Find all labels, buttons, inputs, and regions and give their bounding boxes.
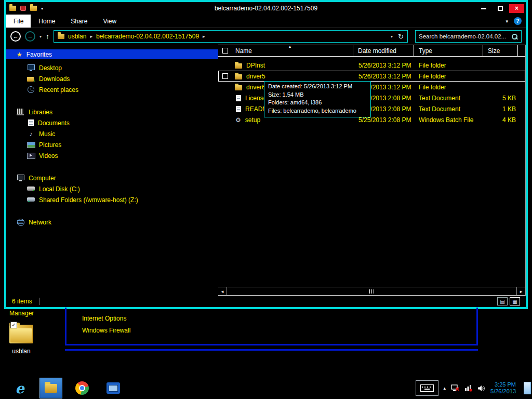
thumbnails-view-button[interactable]: ▦ xyxy=(510,297,520,305)
tab-view[interactable]: View xyxy=(95,15,124,28)
music-icon: ♪ xyxy=(27,130,35,138)
network-icon xyxy=(17,219,24,225)
recent-places-icon xyxy=(27,86,35,93)
qat-manage-icon[interactable] xyxy=(20,6,26,11)
scrollbar-track[interactable] xyxy=(227,287,516,295)
link-internet-options[interactable]: Internet Options xyxy=(82,315,476,322)
sidebar-item-videos[interactable]: Videos xyxy=(6,150,218,161)
desktop-icon-label: usblan xyxy=(6,348,36,355)
show-hidden-icons-chevron-icon[interactable]: ▴ xyxy=(444,385,446,391)
ribbon-expand-chevron-icon[interactable]: ▾ xyxy=(506,19,508,24)
window-title: belcarrademo-02.04.02.002-1517509 xyxy=(6,5,526,12)
file-row-driver5[interactable]: driver5 5/26/2013 3:12 PM File folder xyxy=(218,71,525,82)
breadcrumb-usblan[interactable]: usblan xyxy=(68,33,86,40)
sidebar-item-favorites[interactable]: ★ Favorites xyxy=(6,49,218,59)
navigation-bar: ← → ▾ ↑ usblan ▸ belcarrademo-02.04.02.0… xyxy=(6,28,526,45)
notification-tile[interactable] xyxy=(524,382,531,394)
search-box xyxy=(415,30,522,43)
folder-tooltip: Date created: 5/26/2013 3:12 PM Size: 1.… xyxy=(264,81,371,117)
back-button[interactable]: ← xyxy=(10,31,21,42)
computer-icon xyxy=(17,175,24,181)
clock-time: 3:25 PM xyxy=(490,381,516,388)
horizontal-scrollbar[interactable]: ◂ ▸ xyxy=(218,287,525,295)
sidebar-item-libraries[interactable]: Libraries xyxy=(6,107,218,117)
desktop-icon-usblan[interactable]: ✓ usblan xyxy=(6,325,36,355)
file-row-dpinst[interactable]: DPInst 5/26/2013 3:12 PM File folder xyxy=(218,60,525,71)
quick-access-toolbar: ▾ xyxy=(6,6,43,11)
sidebar-item-recent-places[interactable]: Recent places xyxy=(6,84,218,95)
tab-share[interactable]: Share xyxy=(63,15,95,28)
help-icon[interactable]: ? xyxy=(514,17,522,25)
scrollbar-thumb[interactable] xyxy=(228,288,516,294)
status-bar: 6 items ▤ ▦ xyxy=(6,296,526,307)
network-status-icon[interactable] xyxy=(464,384,472,392)
touch-keyboard-button[interactable] xyxy=(416,380,438,396)
address-dropdown-chevron-icon[interactable]: ▾ xyxy=(391,34,393,39)
sidebar-item-desktop[interactable]: Desktop xyxy=(6,62,218,73)
search-icon[interactable] xyxy=(511,33,518,40)
sidebar-item-documents[interactable]: Documents xyxy=(6,117,218,128)
column-header-size[interactable]: Size xyxy=(483,45,518,56)
breadcrumb-separator-icon[interactable]: ▸ xyxy=(203,34,205,39)
close-button[interactable]: × xyxy=(509,4,524,13)
scrollbar-grip-icon xyxy=(369,289,375,294)
sidebar-label: Favorites xyxy=(26,51,52,58)
qat-folder-icon[interactable] xyxy=(30,6,37,11)
close-icon: × xyxy=(515,5,518,12)
details-view-button[interactable]: ▤ xyxy=(497,297,508,305)
folder-icon: ✓ xyxy=(9,325,33,343)
sidebar-item-shared-folders[interactable]: Shared Folders (\\vmware-host) (Z:) xyxy=(6,194,218,205)
tab-file[interactable]: File xyxy=(6,15,31,28)
row-checkbox[interactable] xyxy=(222,73,228,79)
videos-icon xyxy=(27,152,35,159)
scroll-left-arrow-icon[interactable]: ◂ xyxy=(218,287,227,295)
folder-icon xyxy=(235,85,242,90)
volume-icon[interactable] xyxy=(477,385,485,392)
sidebar-item-music[interactable]: ♪ Music xyxy=(6,128,218,139)
column-header-type[interactable]: Type xyxy=(414,45,483,56)
column-headers: Name ▴ Date modified Type Size xyxy=(218,45,525,57)
batch-gear-icon: ⚙ xyxy=(235,117,241,123)
refresh-icon[interactable]: ↻ xyxy=(398,33,404,41)
window-folder-icon[interactable] xyxy=(9,6,16,11)
internet-explorer-icon: e xyxy=(15,380,24,396)
display-status-icon[interactable] xyxy=(451,384,459,392)
link-windows-firewall[interactable]: Windows Firewall xyxy=(82,327,476,334)
taskbar-file-explorer-button[interactable] xyxy=(39,378,62,398)
sidebar-item-computer[interactable]: Computer xyxy=(6,172,218,183)
taskbar-chrome-button[interactable] xyxy=(71,378,94,398)
sort-ascending-icon: ▴ xyxy=(289,44,291,49)
taskbar: e ▴ 3:25 PM 5/26/2013 xyxy=(0,377,532,399)
breadcrumb-separator-icon[interactable]: ▸ xyxy=(90,34,92,39)
star-icon: ★ xyxy=(17,51,22,58)
selected-checkbox[interactable]: ✓ xyxy=(10,322,17,328)
breadcrumb-current-folder[interactable]: belcarrademo-02.04.02.002-1517509 xyxy=(96,33,199,40)
address-bar[interactable]: usblan ▸ belcarrademo-02.04.02.002-15175… xyxy=(54,30,408,43)
taskbar-internet-explorer-button[interactable]: e xyxy=(8,378,31,398)
sidebar-item-pictures[interactable]: Pictures xyxy=(6,139,218,150)
taskbar-app-button[interactable] xyxy=(102,378,125,398)
statusbar-divider xyxy=(39,298,39,305)
column-header-name[interactable]: Name ▴ xyxy=(218,45,353,56)
minimize-icon xyxy=(481,8,486,9)
sidebar-item-network[interactable]: Network xyxy=(6,217,218,228)
folder-icon xyxy=(235,63,242,69)
disk-drive-icon xyxy=(27,185,35,192)
select-all-checkbox[interactable] xyxy=(222,48,228,54)
background-window-fragment: Internet Options Windows Firewall xyxy=(65,308,478,345)
taskbar-clock[interactable]: 3:25 PM 5/26/2013 xyxy=(490,381,517,395)
tab-home[interactable]: Home xyxy=(31,15,63,28)
scroll-right-arrow-icon[interactable]: ▸ xyxy=(516,287,525,295)
navigation-pane: ★ Favorites Desktop Downloads Recent pla… xyxy=(6,45,218,296)
items-count: 6 items xyxy=(12,298,32,305)
maximize-button[interactable] xyxy=(493,4,508,13)
qat-chevron-down-icon[interactable]: ▾ xyxy=(41,6,43,11)
history-chevron-icon[interactable]: ▾ xyxy=(39,34,42,39)
search-input[interactable] xyxy=(416,33,511,39)
column-header-date-modified[interactable]: Date modified xyxy=(353,45,414,56)
sidebar-item-downloads[interactable]: Downloads xyxy=(6,73,218,84)
up-button[interactable]: ↑ xyxy=(46,32,49,41)
sidebar-item-local-disk[interactable]: Local Disk (C:) xyxy=(6,183,218,194)
forward-button[interactable]: → xyxy=(25,31,35,42)
minimize-button[interactable] xyxy=(476,4,491,13)
